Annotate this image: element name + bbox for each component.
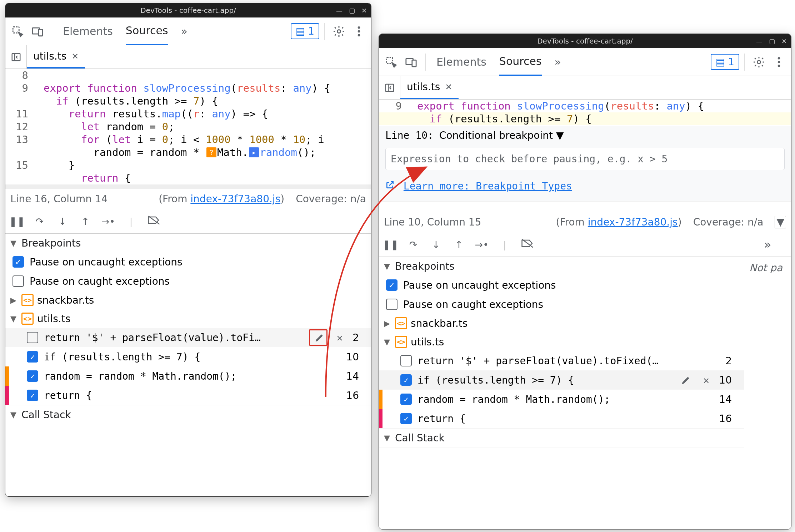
minimize-icon[interactable]: —: [336, 7, 342, 14]
checkbox-icon[interactable]: ✓: [27, 351, 38, 363]
edit-breakpoint-icon[interactable]: [679, 375, 693, 385]
code-editor[interactable]: 9 export function slowProcessing(results…: [379, 100, 791, 212]
chevron-down-icon: ▼: [384, 434, 390, 442]
cursor-position: Line 16, Column 14: [10, 193, 108, 205]
source-link[interactable]: index-73f73a80.js: [588, 216, 678, 228]
checkbox-icon[interactable]: ✓: [12, 256, 24, 268]
cursor-position: Line 10, Column 15: [384, 216, 481, 228]
kebab-icon[interactable]: [770, 53, 788, 71]
gear-icon[interactable]: [330, 22, 348, 41]
navigator-toggle-icon[interactable]: [5, 45, 27, 69]
step-into-icon[interactable]: ↓: [55, 216, 70, 227]
code-editor[interactable]: 8 9 export function slowProcessing(resul…: [5, 69, 371, 189]
side-tab-more[interactable]: »: [744, 232, 791, 257]
breakpoints-header[interactable]: ▼ Breakpoints: [379, 257, 744, 275]
svg-point-12: [778, 57, 780, 60]
checkbox-icon[interactable]: [27, 332, 38, 343]
breakpoint-edit-popup: Line 10: Conditional breakpoint ▼ Expres…: [379, 126, 791, 201]
collapse-icon[interactable]: ▼: [775, 216, 786, 228]
file-group-utils[interactable]: ▼ <> utils.ts: [5, 309, 371, 328]
checkbox-icon[interactable]: ✓: [400, 394, 412, 405]
debug-toolbar: ❚❚ ↷ ↓ ↑ →• |: [5, 209, 371, 234]
deactivate-breakpoints-icon[interactable]: [520, 238, 535, 251]
breakpoint-item-2[interactable]: ✓ if (results.length >= 7) { 10: [5, 347, 371, 366]
file-group-snackbar[interactable]: ▶ <> snackbar.ts: [5, 291, 371, 309]
pause-icon[interactable]: ❚❚: [9, 216, 25, 227]
inline-blue-icon: ▸: [249, 147, 259, 157]
message-count[interactable]: ▤ 1: [291, 23, 319, 39]
coverage-label: Coverage: n/a: [296, 193, 366, 205]
checkbox-icon[interactable]: [386, 299, 398, 310]
chevron-down-icon: ▼: [384, 338, 390, 346]
breakpoint-item-4[interactable]: ✓ return { 16: [5, 386, 371, 405]
step-out-icon[interactable]: ↑: [451, 239, 467, 250]
breakpoint-item-1[interactable]: return '$' + parseFloat(value).toFi… ✕ 2: [5, 328, 371, 347]
condition-input[interactable]: Expression to check before pausing, e.g.…: [385, 148, 785, 170]
maximize-icon[interactable]: ▢: [349, 7, 355, 14]
breakpoints-header[interactable]: ▼ Breakpoints: [5, 234, 371, 252]
file-group-utils[interactable]: ▼ <> utils.ts: [379, 333, 744, 351]
callstack-header[interactable]: ▼ Call Stack: [379, 429, 744, 447]
step-out-icon[interactable]: ↑: [78, 216, 93, 227]
navigator-toggle-icon[interactable]: [379, 76, 400, 99]
kebab-icon[interactable]: [350, 22, 368, 41]
step-over-icon[interactable]: ↷: [32, 216, 48, 227]
window-controls: — ▢ ✕: [756, 34, 787, 48]
step-into-icon[interactable]: ↓: [428, 239, 444, 250]
close-icon[interactable]: ✕: [781, 37, 787, 45]
step-icon[interactable]: →•: [100, 216, 116, 227]
breakpoint-type-select[interactable]: Conditional breakpoint: [439, 130, 553, 141]
step-over-icon[interactable]: ↷: [405, 239, 421, 250]
checkbox-icon[interactable]: ✓: [27, 390, 38, 401]
maximize-icon[interactable]: ▢: [769, 37, 775, 45]
edit-breakpoint-icon[interactable]: [312, 332, 327, 343]
tab-sources[interactable]: Sources: [499, 48, 542, 76]
message-count[interactable]: ▤ 1: [711, 54, 739, 70]
callstack-header[interactable]: ▼ Call Stack: [5, 405, 371, 424]
tab-sources[interactable]: Sources: [126, 17, 168, 45]
tab-elements[interactable]: Elements: [436, 48, 486, 76]
file-group-snackbar[interactable]: ▶ <> snackbar.ts: [379, 314, 744, 333]
inspect-icon[interactable]: [382, 53, 400, 71]
close-icon[interactable]: ✕: [361, 7, 367, 14]
device-icon[interactable]: [402, 53, 420, 71]
checkbox-icon[interactable]: [12, 275, 24, 287]
ts-file-icon: <>: [395, 317, 407, 329]
pause-uncaught-option[interactable]: ✓ Pause on uncaught exceptions: [5, 252, 371, 272]
inspect-icon[interactable]: [8, 22, 27, 41]
learn-more-link[interactable]: Learn more: Breakpoint Types: [404, 180, 572, 192]
tab-elements[interactable]: Elements: [63, 17, 113, 45]
close-tab-icon[interactable]: ✕: [71, 51, 79, 61]
breakpoint-item-3[interactable]: ✓ random = random * Math.random(); 14: [5, 366, 371, 386]
file-tab-utils[interactable]: utils.ts ✕: [27, 45, 85, 69]
step-icon[interactable]: →•: [474, 239, 490, 250]
device-icon[interactable]: [28, 22, 47, 41]
checkbox-icon[interactable]: ✓: [400, 413, 412, 424]
close-tab-icon[interactable]: ✕: [445, 82, 452, 92]
pause-uncaught-option[interactable]: ✓ Pause on uncaught exceptions: [379, 275, 744, 295]
pause-caught-option[interactable]: Pause on caught exceptions: [5, 272, 371, 291]
magenta-marker: [5, 386, 9, 405]
remove-breakpoint-icon[interactable]: ✕: [699, 374, 713, 386]
breakpoint-item-1[interactable]: return '$' + parseFloat(value).toFixed(……: [379, 351, 744, 370]
minimize-icon[interactable]: —: [756, 37, 762, 45]
checkbox-icon[interactable]: ✓: [400, 374, 412, 386]
breakpoint-item-4[interactable]: ✓ return { 16: [379, 409, 744, 428]
svg-point-4: [358, 26, 360, 29]
remove-breakpoint-icon[interactable]: ✕: [332, 332, 347, 344]
source-link[interactable]: index-73f73a80.js: [190, 193, 280, 205]
file-tab-utils[interactable]: utils.ts ✕: [400, 76, 459, 99]
devtools-window-left: DevTools - coffee-cart.app/ — ▢ ✕ Elemen…: [5, 3, 371, 497]
gear-icon[interactable]: [750, 53, 768, 71]
tab-more[interactable]: »: [555, 48, 561, 76]
svg-point-5: [358, 30, 360, 32]
deactivate-breakpoints-icon[interactable]: [146, 215, 162, 228]
pause-icon[interactable]: ❚❚: [382, 239, 398, 250]
tab-more[interactable]: »: [181, 17, 188, 45]
checkbox-icon[interactable]: ✓: [27, 370, 38, 382]
checkbox-icon[interactable]: [400, 355, 412, 366]
breakpoint-item-3[interactable]: ✓ random = random * Math.random(); 14: [379, 390, 744, 409]
pause-caught-option[interactable]: Pause on caught exceptions: [379, 295, 744, 314]
checkbox-icon[interactable]: ✓: [386, 279, 398, 291]
breakpoint-item-2[interactable]: ✓ if (results.length >= 7) { ✕ 10: [379, 370, 744, 390]
